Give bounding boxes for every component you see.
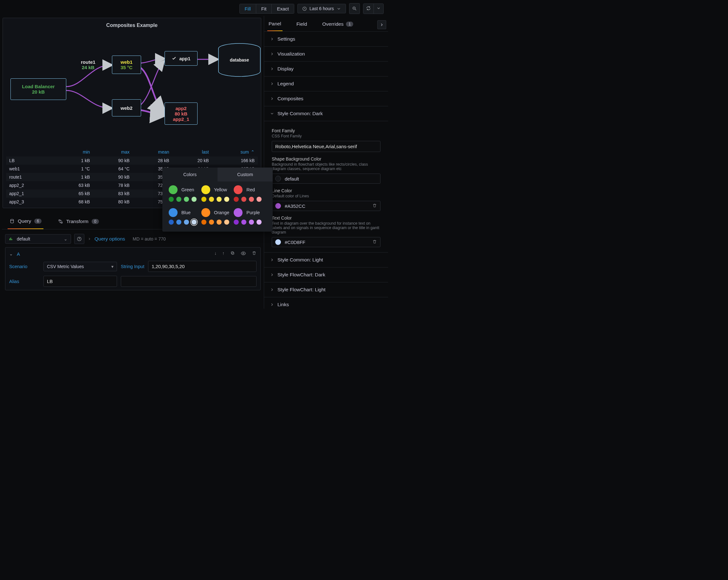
color-shade[interactable] xyxy=(201,197,206,202)
section-legend[interactable]: Legend xyxy=(264,76,388,92)
color-shade[interactable] xyxy=(191,197,197,202)
color-shade[interactable] xyxy=(249,220,254,225)
scenario-select[interactable]: CSV Metric Values ▾ xyxy=(44,262,117,271)
color-green[interactable]: Green xyxy=(169,185,201,194)
diagram-canvas[interactable]: route1 24 kB Load Balancer 20 kB web1 35… xyxy=(6,30,258,144)
color-tab-colors[interactable]: Colors xyxy=(162,168,217,181)
time-range-label: Last 6 hours xyxy=(309,6,334,11)
section-style-flow-dark[interactable]: Style FlowChart: Dark xyxy=(264,268,388,282)
tab-transform[interactable]: Transform 0 xyxy=(56,213,101,229)
color-yellow[interactable]: Yellow xyxy=(201,185,234,194)
color-shade[interactable] xyxy=(216,197,222,202)
datasource-help-button[interactable] xyxy=(74,234,84,244)
color-shade[interactable] xyxy=(224,220,229,225)
color-blue[interactable]: Blue xyxy=(169,208,201,217)
move-down-button[interactable]: ↓ xyxy=(214,251,216,257)
color-shade[interactable] xyxy=(209,220,214,225)
color-purple[interactable]: Purple xyxy=(234,208,266,217)
tab-overrides[interactable]: Overrides 1 xyxy=(321,17,355,31)
svg-point-5 xyxy=(10,219,13,221)
collapse-sidebar-button[interactable] xyxy=(377,20,386,29)
tab-panel[interactable]: Panel xyxy=(267,17,283,31)
node-database[interactable]: database xyxy=(217,43,262,81)
fill-button[interactable]: Fill xyxy=(240,4,256,13)
refresh-interval-button[interactable] xyxy=(374,4,383,14)
table-cell: 1 °C xyxy=(53,165,93,173)
stats-header[interactable] xyxy=(6,148,53,156)
stats-header[interactable]: min xyxy=(53,148,93,156)
section-style-dark[interactable]: Style Common: Dark xyxy=(264,106,388,121)
fit-button[interactable]: Fit xyxy=(256,4,272,13)
color-shade[interactable] xyxy=(184,220,189,225)
node-app2[interactable]: app2 80 kB app2_1 xyxy=(164,102,198,125)
table-cell: 65 kB xyxy=(53,190,93,198)
color-shade[interactable] xyxy=(249,197,254,202)
stats-header[interactable]: mean xyxy=(133,148,173,156)
move-up-button[interactable]: ↑ xyxy=(222,251,225,257)
node-web2[interactable]: web2 xyxy=(112,99,141,117)
color-dot-icon xyxy=(169,208,178,217)
section-composites[interactable]: Composites xyxy=(264,92,388,106)
line-color-clear-button[interactable] xyxy=(372,203,377,209)
stats-header[interactable]: max xyxy=(93,148,133,156)
color-shade[interactable] xyxy=(201,220,206,225)
shape-bg-picker[interactable]: default xyxy=(272,174,381,184)
color-shade[interactable] xyxy=(234,220,239,225)
duplicate-button[interactable] xyxy=(230,251,235,257)
color-shade[interactable] xyxy=(257,220,262,225)
color-red[interactable]: Red xyxy=(234,185,266,194)
query-ref-id: A xyxy=(17,251,20,257)
color-shade[interactable] xyxy=(191,220,197,225)
section-links[interactable]: Links xyxy=(264,297,388,309)
color-shade[interactable] xyxy=(176,220,181,225)
text-color-picker[interactable]: #C0D8FF xyxy=(272,237,381,247)
color-tab-custom[interactable]: Custom xyxy=(217,168,273,181)
color-shade[interactable] xyxy=(241,197,246,202)
tab-field[interactable]: Field xyxy=(295,17,309,31)
color-orange[interactable]: Orange xyxy=(201,208,234,217)
section-visualization[interactable]: Visualization xyxy=(264,47,388,61)
color-shade[interactable] xyxy=(184,197,189,202)
string-input-field[interactable] xyxy=(148,261,257,272)
stats-header[interactable]: last xyxy=(173,148,212,156)
table-row[interactable]: LB1 kB90 kB28 kB20 kB166 kB xyxy=(6,156,258,165)
node-app1[interactable]: app1 xyxy=(164,51,198,66)
query-options-toggle[interactable]: Query options xyxy=(95,236,125,242)
svg-rect-6 xyxy=(59,220,60,221)
stats-header[interactable]: sum⌃ xyxy=(212,148,258,156)
text-color-clear-button[interactable] xyxy=(372,239,377,245)
font-family-label: Font Family xyxy=(272,128,381,133)
section-settings[interactable]: Settings xyxy=(264,32,388,47)
color-shade[interactable] xyxy=(216,220,222,225)
color-shade[interactable] xyxy=(257,197,262,202)
svg-rect-10 xyxy=(11,239,12,240)
color-shade[interactable] xyxy=(176,197,181,202)
exact-button[interactable]: Exact xyxy=(272,4,294,13)
node-web1[interactable]: web1 35 °C xyxy=(112,55,141,74)
color-shade[interactable] xyxy=(234,197,239,202)
node-load-balancer[interactable]: Load Balancer 20 kB xyxy=(10,78,66,100)
font-family-input[interactable] xyxy=(272,141,381,152)
table-cell: 64 °C xyxy=(93,165,133,173)
delete-query-button[interactable] xyxy=(252,251,257,257)
section-style-flow-light[interactable]: Style FlowChart: Light xyxy=(264,282,388,297)
color-shade[interactable] xyxy=(209,197,214,202)
line-color-picker[interactable]: #A352CC xyxy=(272,201,381,211)
section-display[interactable]: Display xyxy=(264,61,388,76)
collapse-query-button[interactable]: ⌄ xyxy=(9,251,13,256)
zoom-out-button[interactable] xyxy=(349,3,360,14)
table-cell: 90 kB xyxy=(93,156,133,165)
time-range-picker[interactable]: Last 6 hours xyxy=(297,4,346,13)
color-shade[interactable] xyxy=(169,197,174,202)
toggle-visibility-button[interactable] xyxy=(241,251,246,257)
datasource-select[interactable]: default ⌄ xyxy=(5,234,71,244)
color-shade[interactable] xyxy=(241,220,246,225)
color-shade[interactable] xyxy=(169,220,174,225)
copy-icon xyxy=(230,251,235,255)
color-shade[interactable] xyxy=(224,197,229,202)
tab-query[interactable]: Query 6 xyxy=(8,213,44,229)
refresh-button[interactable] xyxy=(363,4,374,14)
section-style-light[interactable]: Style Common: Light xyxy=(264,253,388,268)
side-tabs: Panel Field Overrides 1 xyxy=(264,16,388,32)
alias-field[interactable] xyxy=(44,276,117,287)
